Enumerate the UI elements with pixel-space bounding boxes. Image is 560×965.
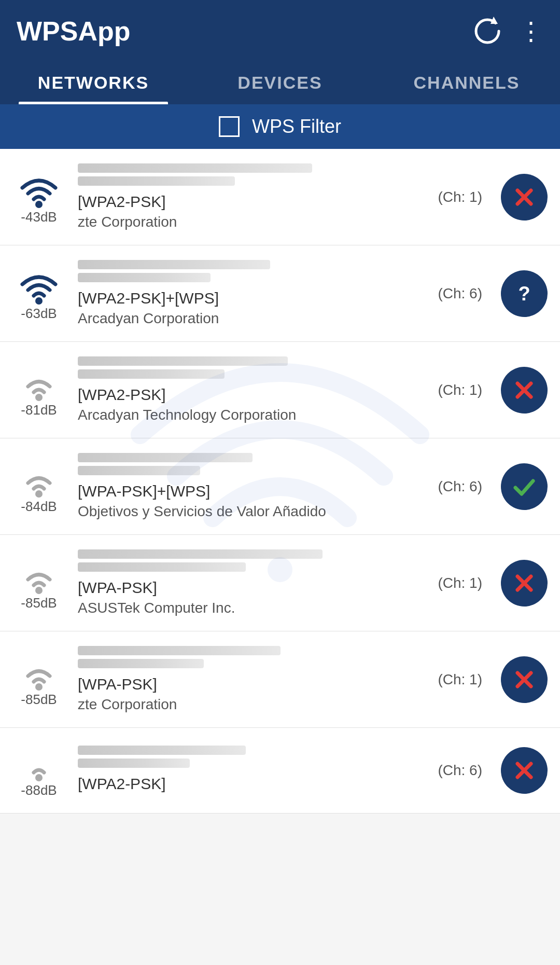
ssid-bar xyxy=(78,163,312,173)
network-item[interactable]: -85dB [WPA-PSK] ASUSTek Computer Inc. (C… xyxy=(0,535,560,631)
wifi-signal: -85dB xyxy=(10,555,67,611)
ssid-bar xyxy=(78,453,253,462)
svg-point-7 xyxy=(35,394,43,401)
wps-filter-label: WPS Filter xyxy=(252,116,341,137)
tab-channels[interactable]: CHANNELS xyxy=(373,58,560,104)
wifi-signal: -84dB xyxy=(10,459,67,515)
app-title: WPSApp xyxy=(17,16,131,47)
network-info: [WPA2-PSK] Arcadyan Technology Corporati… xyxy=(78,356,427,423)
network-item[interactable]: -88dB [WPA2-PSK] (Ch: 6) xyxy=(0,728,560,814)
network-vendor: zte Corporation xyxy=(78,696,427,713)
network-security: [WPA2-PSK] xyxy=(78,775,427,793)
network-vendor: ASUSTek Computer Inc. xyxy=(78,600,427,616)
svg-text:?: ? xyxy=(518,283,530,305)
wifi-signal: -88dB xyxy=(10,742,67,798)
channel-label: (Ch: 6) xyxy=(438,478,482,495)
ssid-bar xyxy=(78,746,246,755)
ssid-bar xyxy=(78,659,204,668)
signal-label: -63dB xyxy=(21,306,57,322)
wps-filter-checkbox[interactable] xyxy=(219,116,240,137)
channel-label: (Ch: 1) xyxy=(438,671,482,688)
network-item[interactable]: -84dB [WPA-PSK]+[WPS] Objetivos y Servic… xyxy=(0,438,560,535)
header-actions: ⋮ xyxy=(471,15,543,48)
channel-label: (Ch: 1) xyxy=(438,189,482,205)
network-info: [WPA2-PSK]+[WPS] Arcadyan Corporation xyxy=(78,260,427,327)
network-info: [WPA-PSK] zte Corporation xyxy=(78,646,427,713)
ssid-bars xyxy=(78,549,427,572)
wps-filter-bar: WPS Filter xyxy=(0,104,560,149)
ssid-bar xyxy=(78,562,246,572)
signal-label: -43dB xyxy=(21,209,57,225)
svg-point-11 xyxy=(35,587,43,594)
status-button[interactable] xyxy=(501,656,548,703)
channel-label: (Ch: 6) xyxy=(438,762,482,779)
ssid-bar xyxy=(78,466,200,475)
network-security: [WPA-PSK] xyxy=(78,676,427,693)
channel-label: (Ch: 6) xyxy=(438,285,482,302)
ssid-bar xyxy=(78,176,235,186)
network-info: [WPA-PSK]+[WPS] Objetivos y Servicios de… xyxy=(78,453,427,520)
wifi-signal: -85dB xyxy=(10,652,67,708)
ssid-bar xyxy=(78,759,190,768)
ssid-bar xyxy=(78,549,323,559)
network-info: [WPA2-PSK] zte Corporation xyxy=(78,163,427,230)
more-menu-icon[interactable]: ⋮ xyxy=(519,17,543,46)
refresh-icon[interactable] xyxy=(471,15,504,48)
ssid-bars xyxy=(78,646,427,668)
channel-label: (Ch: 1) xyxy=(438,382,482,398)
svg-point-10 xyxy=(35,490,43,498)
wifi-signal: -43dB xyxy=(10,169,67,225)
ssid-bars xyxy=(78,260,427,282)
signal-label: -84dB xyxy=(21,499,57,515)
network-security: [WPA2-PSK]+[WPS] xyxy=(78,290,427,307)
network-security: [WPA-PSK] xyxy=(78,579,427,597)
network-vendor: zte Corporation xyxy=(78,214,427,230)
status-button[interactable] xyxy=(501,463,548,510)
status-button[interactable] xyxy=(501,367,548,413)
network-security: [WPA2-PSK] xyxy=(78,386,427,404)
network-list: -43dB [WPA2-PSK] zte Corporation (Ch: 1)… xyxy=(0,149,560,814)
network-vendor: Arcadyan Corporation xyxy=(78,310,427,327)
network-item[interactable]: -85dB [WPA-PSK] zte Corporation (Ch: 1) xyxy=(0,631,560,728)
svg-point-2 xyxy=(35,201,43,208)
network-item[interactable]: -63dB [WPA2-PSK]+[WPS] Arcadyan Corporat… xyxy=(0,245,560,342)
ssid-bar xyxy=(78,646,281,655)
signal-label: -81dB xyxy=(21,402,57,418)
ssid-bar xyxy=(78,369,225,379)
svg-point-17 xyxy=(35,774,43,781)
wifi-signal: -63dB xyxy=(10,266,67,322)
status-button[interactable] xyxy=(501,747,548,794)
signal-label: -85dB xyxy=(21,595,57,611)
ssid-bar xyxy=(78,260,270,269)
ssid-bar xyxy=(78,356,288,366)
network-security: [WPA-PSK]+[WPS] xyxy=(78,482,427,500)
app-header: WPSApp ⋮ xyxy=(0,0,560,58)
tabs-bar: NETWORKS DEVICES CHANNELS xyxy=(0,58,560,104)
tab-networks[interactable]: NETWORKS xyxy=(0,58,187,104)
wifi-signal: -81dB xyxy=(10,362,67,418)
ssid-bar xyxy=(78,273,211,282)
tab-devices[interactable]: DEVICES xyxy=(187,58,373,104)
ssid-bars xyxy=(78,453,427,475)
network-item[interactable]: -43dB [WPA2-PSK] zte Corporation (Ch: 1) xyxy=(0,149,560,245)
status-button[interactable] xyxy=(501,174,548,220)
network-vendor: Arcadyan Technology Corporation xyxy=(78,407,427,423)
network-item[interactable]: -81dB [WPA2-PSK] Arcadyan Technology Cor… xyxy=(0,342,560,438)
signal-label: -88dB xyxy=(21,782,57,798)
network-security: [WPA2-PSK] xyxy=(78,193,427,211)
channel-label: (Ch: 1) xyxy=(438,575,482,591)
network-vendor: Objetivos y Servicios de Valor Añadido xyxy=(78,503,427,520)
svg-point-5 xyxy=(35,297,43,305)
network-info: [WPA-PSK] ASUSTek Computer Inc. xyxy=(78,549,427,616)
status-button[interactable] xyxy=(501,560,548,606)
ssid-bars xyxy=(78,356,427,379)
ssid-bars xyxy=(78,746,427,768)
svg-point-14 xyxy=(35,683,43,691)
network-info: [WPA2-PSK] xyxy=(78,746,427,796)
signal-label: -85dB xyxy=(21,692,57,708)
ssid-bars xyxy=(78,163,427,186)
status-button[interactable]: ? xyxy=(501,270,548,317)
